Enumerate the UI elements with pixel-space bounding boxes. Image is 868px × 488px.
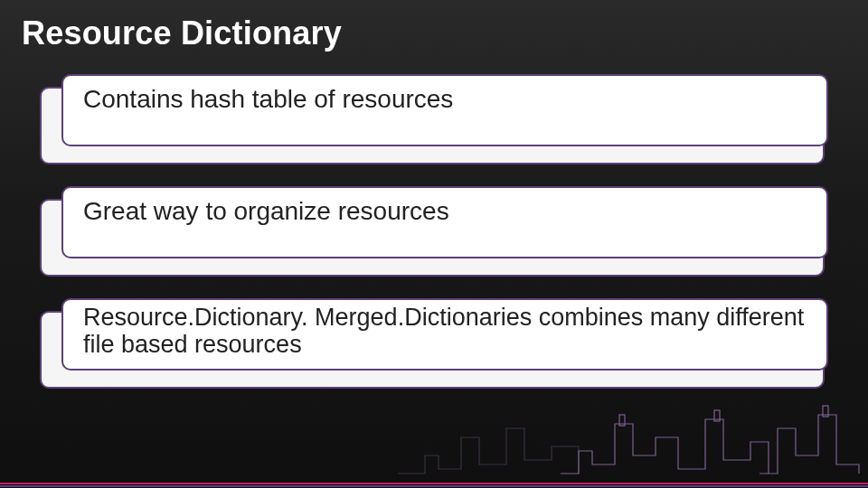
skyline-decoration [398, 374, 868, 483]
page-title: Resource Dictionary [22, 14, 342, 52]
bullet-card: Resource.Dictionary. Merged.Dictionaries… [61, 298, 828, 371]
bullet-card: Great way to organize resources [61, 186, 828, 258]
footer-line-purple [0, 485, 868, 487]
bullet-card: Contains hash table of resources [61, 74, 828, 146]
bullet-text: Resource.Dictionary. Merged.Dictionaries… [83, 304, 807, 358]
footer-accent [0, 479, 868, 488]
bullet-item: Great way to organize resources [40, 186, 828, 273]
bullet-text: Contains hash table of resources [83, 85, 453, 114]
footer-line-magenta [0, 483, 868, 484]
bullet-text: Great way to organize resources [83, 197, 449, 226]
slide: Resource Dictionary Contains hash table … [0, 0, 868, 488]
bullet-item: Resource.Dictionary. Merged.Dictionaries… [40, 298, 828, 385]
bullet-item: Contains hash table of resources [40, 74, 828, 161]
bullet-list: Contains hash table of resources Great w… [40, 74, 828, 410]
